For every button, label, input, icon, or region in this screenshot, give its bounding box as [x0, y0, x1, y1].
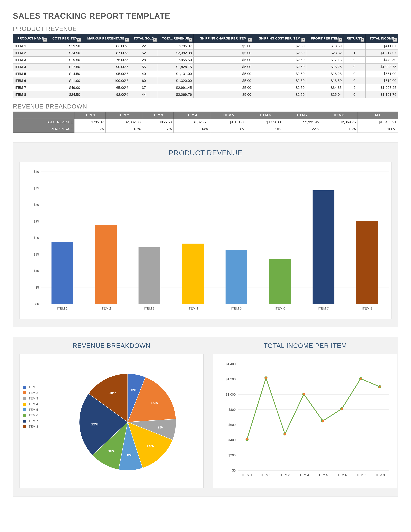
svg-text:22%: 22% — [91, 422, 98, 426]
cell: $5.00 — [194, 43, 253, 50]
cell: $5.00 — [194, 91, 253, 98]
cell: $955.50 — [142, 119, 173, 126]
column-header[interactable]: PRODUCT NAME — [13, 34, 48, 43]
column-header[interactable]: PROFIT PER ITEM — [306, 34, 343, 43]
svg-text:ITEM 6: ITEM 6 — [336, 473, 347, 477]
svg-text:18%: 18% — [151, 401, 158, 405]
cell: 0 — [343, 77, 365, 84]
cell: $2.50 — [253, 57, 306, 64]
cell: $955.50 — [158, 57, 194, 64]
filter-dropdown-icon[interactable] — [125, 38, 129, 42]
bar-chart-box: $0$5$10$15$20$25$30$35$40ITEM 1ITEM 2ITE… — [19, 162, 392, 319]
column-header: ITEM 2 — [106, 112, 142, 119]
filter-dropdown-icon[interactable] — [361, 38, 364, 42]
cell: $5.00 — [194, 50, 253, 57]
legend-label: ITEM 5 — [28, 408, 38, 412]
cell: $23.82 — [306, 50, 343, 57]
pie-legend: ITEM 1ITEM 2ITEM 3ITEM 4ITEM 5ITEM 6ITEM… — [23, 383, 38, 430]
cell: $2.50 — [253, 77, 306, 84]
legend-swatch — [23, 386, 26, 389]
column-header: ALL — [357, 112, 398, 119]
column-header[interactable]: TOTAL INCOME — [365, 34, 398, 43]
column-header-label: SHIPPING COST PER ITEM — [259, 37, 300, 40]
filter-dropdown-icon[interactable] — [153, 38, 157, 42]
svg-text:ITEM 5: ITEM 5 — [231, 307, 242, 310]
cell: $2,382.38 — [106, 119, 142, 126]
legend-swatch — [23, 397, 26, 400]
svg-rect-22 — [139, 247, 160, 304]
table-row: ITEM 6$11.00100.00%60$1,320.00$5.00$2.50… — [13, 77, 398, 84]
svg-text:$600: $600 — [229, 423, 236, 427]
cell: $19.50 — [48, 57, 82, 64]
filter-dropdown-icon[interactable] — [77, 38, 81, 42]
product-revenue-table: PRODUCT NAMECOST PER ITEMMARKUP PERCENTA… — [13, 34, 398, 98]
column-header: ITEM 3 — [142, 112, 173, 119]
cell: 95.00% — [82, 70, 130, 77]
svg-text:ITEM 2: ITEM 2 — [101, 307, 111, 310]
legend-item: ITEM 7 — [23, 419, 38, 423]
cell: 52 — [130, 50, 158, 57]
column-header[interactable]: SHIPPING COST PER ITEM — [253, 34, 306, 43]
revenue-breakdown-table: ITEM 1ITEM 2ITEM 3ITEM 4ITEM 5ITEM 6ITEM… — [13, 112, 398, 133]
cell: 8% — [210, 126, 247, 133]
filter-dropdown-icon[interactable] — [301, 38, 305, 42]
legend-label: ITEM 8 — [28, 425, 38, 428]
page-title: SALES TRACKING REPORT TEMPLATE — [13, 11, 398, 21]
cell: $810.00 — [365, 77, 398, 84]
filter-dropdown-icon[interactable] — [338, 38, 342, 42]
cell: $411.07 — [365, 43, 398, 50]
filter-dropdown-icon[interactable] — [248, 38, 252, 42]
table-row: ITEM 3$19.5075.00%28$955.50$5.00$2.50$17… — [13, 57, 398, 64]
pie-chart-section: REVENUE BREAKDOWN 6%18%7%14%8%10%22%15% … — [19, 342, 204, 488]
cell: ITEM 6 — [13, 77, 48, 84]
cell: $785.07 — [75, 119, 106, 126]
svg-point-58 — [246, 438, 248, 440]
filter-dropdown-icon[interactable] — [393, 38, 397, 42]
table-row: ITEM 8$24.5092.00%44$2,069.76$5.00$2.50$… — [13, 91, 398, 98]
column-header: ITEM 1 — [75, 112, 106, 119]
svg-text:$10: $10 — [34, 269, 39, 273]
svg-point-66 — [322, 420, 324, 422]
cell: $2.50 — [253, 64, 306, 70]
filter-dropdown-icon[interactable] — [188, 38, 192, 42]
cell: $5.00 — [194, 57, 253, 64]
bar-chart: $0$5$10$15$20$25$30$35$40ITEM 1ITEM 2ITE… — [28, 169, 392, 314]
cell: 14% — [173, 126, 210, 133]
svg-text:14%: 14% — [147, 444, 154, 448]
cell: 18% — [106, 126, 142, 133]
legend-swatch — [23, 425, 26, 428]
cell: 2 — [343, 84, 365, 91]
svg-point-62 — [284, 433, 286, 435]
column-header[interactable]: SHIPPING CHARGE PER ITEM — [194, 34, 253, 43]
svg-text:ITEM 8: ITEM 8 — [362, 307, 372, 310]
column-header: ITEM 8 — [321, 112, 357, 119]
column-header[interactable]: TOTAL SOLD — [130, 34, 158, 43]
svg-text:ITEM 7: ITEM 7 — [318, 307, 329, 310]
column-header[interactable]: RETURNS — [343, 34, 365, 43]
filter-dropdown-icon[interactable] — [43, 38, 47, 42]
column-header[interactable]: COST PER ITEM — [48, 34, 82, 43]
svg-rect-30 — [313, 190, 335, 304]
cell: ITEM 5 — [13, 70, 48, 77]
column-header[interactable]: TOTAL REVENUE — [158, 34, 194, 43]
cell: $18.25 — [306, 64, 343, 70]
column-header-label: SHIPPING CHARGE PER ITEM — [200, 37, 246, 40]
table-row: TOTAL REVENUE$785.07$2,382.38$955.50$1,8… — [13, 119, 398, 126]
page: SALES TRACKING REPORT TEMPLATE PRODUCT R… — [0, 0, 411, 532]
table-row: ITEM 7$49.0065.00%37$2,991.45$5.00$2.50$… — [13, 84, 398, 91]
cell: $1,320.00 — [247, 119, 284, 126]
cell: 22 — [130, 43, 158, 50]
cell: $479.50 — [365, 57, 398, 64]
svg-text:ITEM 8: ITEM 8 — [374, 473, 385, 477]
svg-text:ITEM 3: ITEM 3 — [280, 473, 290, 477]
cell: $2.50 — [253, 50, 306, 57]
column-header[interactable]: MARKUP PERCENTAGE — [82, 34, 130, 43]
svg-text:6%: 6% — [131, 388, 136, 392]
cell: $25.04 — [306, 91, 343, 98]
cell: $5.00 — [194, 70, 253, 77]
cell: ITEM 8 — [13, 91, 48, 98]
cell: 15% — [321, 126, 357, 133]
cell: $16.28 — [306, 70, 343, 77]
cell: 90.00% — [82, 64, 130, 70]
cell: $1,828.75 — [173, 119, 210, 126]
